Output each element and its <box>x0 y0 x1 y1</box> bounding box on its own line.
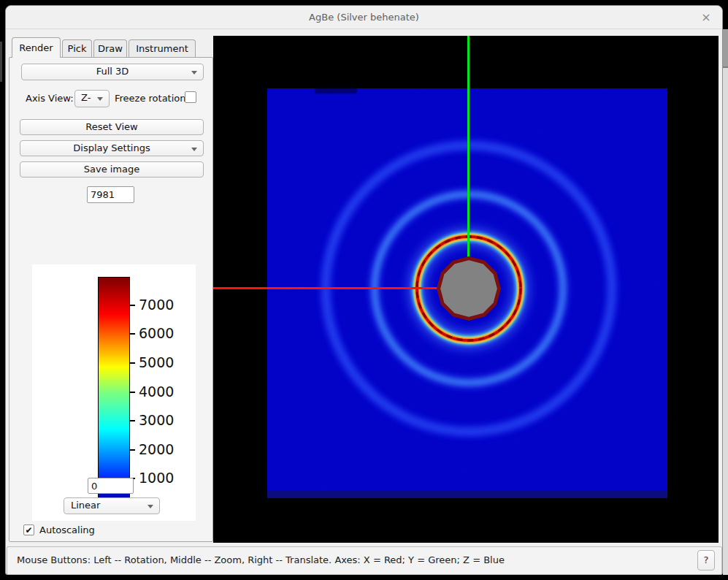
axis-view-label: Axis View: <box>26 93 74 104</box>
chevron-down-icon <box>97 97 103 101</box>
render-viewport[interactable] <box>213 36 719 543</box>
autoscaling-checkbox[interactable]: ✔ <box>23 524 34 535</box>
colorbar-tick <box>130 449 135 451</box>
detector-top-smudge <box>315 87 357 94</box>
colorbar-tick-label: 7000 <box>139 297 174 313</box>
tab-pick[interactable]: Pick <box>62 39 92 58</box>
scale-mode-value: Linear <box>71 500 100 511</box>
background-window-sliver <box>0 42 2 82</box>
chevron-down-icon <box>191 71 197 75</box>
axis-view-select[interactable]: Z- <box>74 90 110 107</box>
colorbar-tick <box>130 362 135 364</box>
freeze-rotation-label: Freeze rotation <box>115 93 186 104</box>
window-title: AgBe (Silver behenate) <box>309 12 419 23</box>
tab-instrument[interactable]: Instrument <box>129 39 196 58</box>
render-tab-panel: Full 3D Axis View: Z- Freeze rotation Re… <box>9 57 213 542</box>
colorbar-tick-label: 6000 <box>139 325 174 341</box>
status-text: Mouse Buttons: Left -- Rotation, Middle … <box>17 554 505 565</box>
tab-render[interactable]: Render <box>12 37 61 58</box>
colorbar-tick <box>130 333 135 335</box>
help-button[interactable]: ? <box>697 550 715 571</box>
colorbar-tick-label: 1000 <box>139 470 174 486</box>
detector-bottom-edge <box>267 490 667 498</box>
colorbar-tick <box>130 305 135 306</box>
colorbar-tick-label: 5000 <box>139 354 174 370</box>
scale-mode-select[interactable]: Linear <box>64 497 160 514</box>
freeze-rotation-checkbox[interactable] <box>185 91 196 103</box>
beamstop-polygon <box>439 259 499 319</box>
scrollbar-thumb[interactable] <box>723 29 728 68</box>
colorbar-tick <box>130 420 135 421</box>
colorbar-tick-label: 3000 <box>139 412 174 428</box>
chevron-down-icon <box>191 148 197 151</box>
app-window: AgBe (Silver behenate) × Render Pick Dra… <box>5 5 723 575</box>
axis-view-value: Z- <box>81 92 91 103</box>
detector-3d-scene <box>213 36 719 543</box>
chevron-down-icon <box>147 505 153 508</box>
tab-draw[interactable]: Draw <box>93 39 127 58</box>
reset-view-button[interactable]: Reset View <box>20 119 204 135</box>
colorbar-tick-label: 4000 <box>139 384 174 400</box>
colorbar-gradient <box>98 277 130 508</box>
projection-mode-select[interactable]: Full 3D <box>21 64 204 80</box>
autoscaling-label: Autoscaling <box>39 524 95 535</box>
screen-edge-scrollbar[interactable] <box>723 29 728 575</box>
projection-mode-value: Full 3D <box>96 66 129 77</box>
title-bar[interactable]: AgBe (Silver behenate) × <box>6 6 722 29</box>
close-icon[interactable]: × <box>699 10 713 25</box>
colorbar-tick <box>130 392 135 393</box>
display-settings-button[interactable]: Display Settings <box>20 140 204 156</box>
status-bar: Mouse Buttons: Left -- Rotation, Middle … <box>7 546 722 575</box>
display-settings-label: Display Settings <box>73 142 150 153</box>
colorbar-tick-label: 2000 <box>139 441 174 457</box>
colormap-min-input[interactable] <box>88 478 134 494</box>
save-image-button[interactable]: Save image <box>20 161 204 178</box>
colormap-max-input[interactable] <box>87 186 134 203</box>
